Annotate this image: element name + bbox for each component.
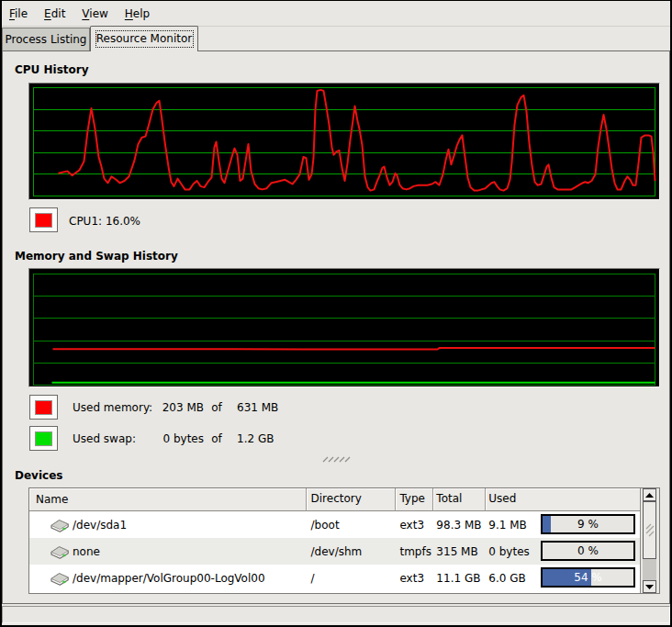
column-header-name[interactable]: Name (29, 488, 307, 511)
swap-of-label: of (207, 432, 226, 446)
device-used: 0 bytes (488, 545, 530, 558)
menu-bar: File Edit View Help (2, 1, 670, 27)
cpu-color-sample (35, 213, 52, 228)
system-monitor-window: File Edit View Help Process Listing Reso… (0, 0, 672, 627)
memory-swap-chart (28, 268, 660, 387)
scroll-trough[interactable] (643, 559, 656, 580)
memory-history-title: Memory and Swap History (15, 250, 178, 263)
devices-title: Devices (15, 469, 62, 483)
paned-resize-grip[interactable] (322, 453, 352, 466)
usage-percent-label: 9 % (543, 516, 633, 532)
tab-process-listing[interactable]: Process Listing (2, 28, 90, 50)
usage-percent-label: 0 % (543, 543, 633, 559)
device-type: ext3 (396, 519, 433, 532)
device-used: 9.1 MB (488, 519, 526, 532)
column-header-total[interactable]: Total (433, 488, 486, 511)
memory-used-value: 203 MB (149, 401, 204, 415)
device-usage-bar: 0 % (541, 541, 635, 561)
thumb-grip-icon (645, 523, 655, 538)
swap-total-value: 1.2 GB (237, 432, 274, 446)
scroll-down-button[interactable] (643, 580, 656, 593)
menu-view[interactable]: View (74, 2, 115, 26)
devices-header-row: Name Directory Type Total Used (29, 488, 640, 511)
tab-resource-monitor-label: Resource Monitor (96, 32, 192, 45)
usage-percent-label: 54 % (543, 569, 633, 586)
menu-help[interactable]: Help (118, 2, 157, 26)
column-header-used[interactable]: Used (486, 488, 640, 511)
device-row[interactable]: none /dev/shm tmpfs 315 MB 0 bytes 0 % (29, 538, 640, 565)
memory-of-label: of (207, 401, 226, 415)
devices-scrollbar[interactable] (643, 488, 656, 593)
cpu-history-title: CPU History (15, 63, 89, 77)
harddisk-icon (50, 572, 69, 588)
cpu-legend-label: CPU1: 16.0% (69, 215, 140, 229)
device-directory: /boot (307, 519, 397, 532)
arrow-down-icon (645, 585, 654, 589)
device-name: /dev/mapper/VolGroup00-LogVol00 (73, 572, 265, 585)
device-usage-bar: 54 % (541, 567, 635, 588)
device-type: tmpfs (396, 545, 433, 558)
menu-file[interactable]: File (2, 2, 35, 26)
column-header-directory[interactable]: Directory (307, 488, 397, 511)
swap-used-value: 0 bytes (149, 432, 204, 446)
devices-table: Name Directory Type Total Used (28, 487, 660, 594)
swap-color-sample (35, 431, 52, 446)
scroll-thumb[interactable] (643, 501, 656, 559)
device-total: 11.1 GB (433, 572, 486, 585)
device-total: 315 MB (433, 545, 486, 558)
device-total: 98.3 MB (433, 519, 486, 532)
swap-legend-label: Used swap: (73, 432, 136, 446)
device-name: none (73, 545, 100, 558)
cpu-legend-swatch[interactable] (29, 207, 58, 232)
scroll-up-button[interactable] (643, 488, 656, 501)
memory-legend-swatch[interactable] (29, 395, 58, 420)
swap-legend-swatch[interactable] (29, 426, 58, 451)
device-name: /dev/sda1 (73, 519, 127, 532)
memory-total-value: 631 MB (237, 401, 278, 415)
harddisk-icon (50, 545, 69, 562)
arrow-up-icon (645, 493, 654, 498)
devices-treeview: Name Directory Type Total Used (29, 488, 641, 593)
memory-legend-label: Used memory: (73, 401, 152, 415)
device-type: ext3 (396, 572, 433, 585)
status-bar (2, 606, 670, 623)
memory-color-sample (35, 400, 52, 415)
device-directory: /dev/shm (307, 545, 397, 558)
device-directory: / (307, 572, 397, 585)
harddisk-icon (50, 519, 69, 535)
tab-resource-monitor[interactable]: Resource Monitor (90, 26, 198, 51)
menu-edit[interactable]: Edit (37, 2, 73, 26)
device-row[interactable]: /dev/mapper/VolGroup00-LogVol00 / ext3 1… (29, 565, 640, 591)
cpu-history-chart (28, 83, 660, 200)
device-used: 6.0 GB (488, 572, 525, 585)
column-header-type[interactable]: Type (396, 488, 433, 511)
device-usage-bar: 9 % (541, 514, 635, 534)
device-row[interactable]: /dev/sda1 /boot ext3 98.3 MB 9.1 MB 9 % (29, 511, 640, 538)
